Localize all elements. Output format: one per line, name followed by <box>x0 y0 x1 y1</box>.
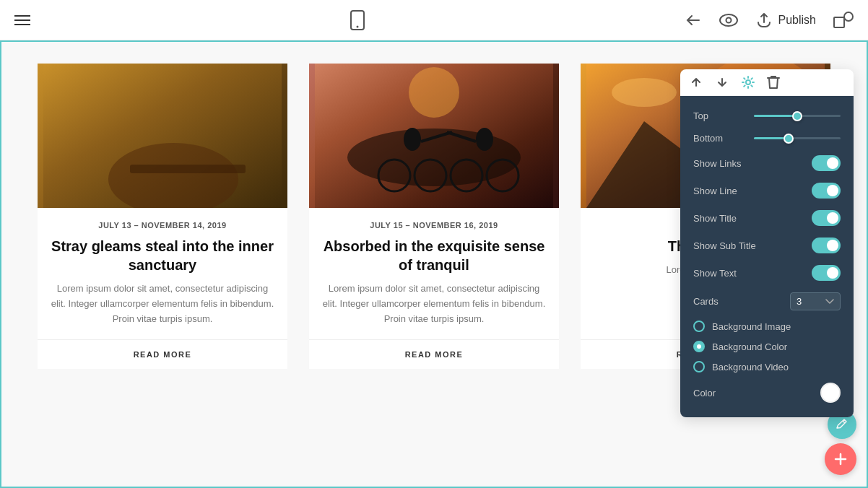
background-color-label: Background Color <box>712 341 787 352</box>
show-line-row: Show Line <box>680 177 854 204</box>
nav-left <box>14 15 30 25</box>
hamburger-icon[interactable] <box>14 15 30 25</box>
background-image-label: Background Image <box>712 321 791 332</box>
chevron-down-icon <box>825 299 834 305</box>
background-video-row[interactable]: Background Video <box>680 357 854 377</box>
show-text-toggle[interactable] <box>812 265 841 281</box>
color-swatch[interactable] <box>820 383 841 403</box>
plus-icon <box>833 451 849 467</box>
top-row: Top <box>680 105 854 127</box>
show-text-row: Show Text <box>680 259 854 287</box>
show-line-toggle[interactable] <box>812 183 841 199</box>
card-2-read-more[interactable]: READ MORE <box>309 339 559 369</box>
background-color-row[interactable]: Background Color <box>680 336 854 357</box>
svg-rect-8 <box>130 165 246 173</box>
top-slider-fill <box>754 115 797 117</box>
svg-point-19 <box>409 67 459 118</box>
card-1-title: Stray gleams steal into the inner sanctu… <box>49 237 276 274</box>
canvas-area: JULY 13 – NOVEMBER 14, 2019 Stray gleams… <box>0 40 868 488</box>
top-slider-track <box>754 115 841 117</box>
card-1-read-more[interactable]: READ MORE <box>38 339 287 369</box>
fab-add-button[interactable] <box>825 443 856 475</box>
shapes-icon <box>833 12 854 29</box>
card-1-svg <box>38 64 287 208</box>
arrow-down-icon <box>715 75 729 90</box>
show-title-label: Show Title <box>693 213 737 224</box>
card-1-date: JULY 13 – NOVEMBER 14, 2019 <box>49 221 276 230</box>
color-row: Color <box>680 377 854 409</box>
show-links-label: Show Links <box>693 158 741 169</box>
card-1-text: Lorem ipsum dolor sit amet, consectetur … <box>49 282 276 326</box>
move-up-button[interactable] <box>689 75 703 90</box>
svg-point-22 <box>612 78 677 107</box>
mobile-icon <box>350 10 365 30</box>
cards-value: 3 <box>797 296 802 307</box>
back-icon <box>685 12 702 29</box>
bottom-slider-thumb[interactable] <box>784 134 794 144</box>
card-2-date: JULY 15 – NOVEMBER 16, 2019 <box>321 221 547 230</box>
move-down-button[interactable] <box>715 75 729 90</box>
delete-button[interactable] <box>767 75 780 90</box>
card-1-body: JULY 13 – NOVEMBER 14, 2019 Stray gleams… <box>38 208 287 339</box>
trash-icon <box>767 75 780 90</box>
background-video-label: Background Video <box>712 362 789 372</box>
background-video-radio[interactable] <box>693 361 705 372</box>
bottom-slider-track <box>754 137 841 139</box>
show-line-label: Show Line <box>693 186 737 196</box>
card-2-text: Lorem ipsum dolor sit amet, consectetur … <box>321 282 547 326</box>
card-1-image <box>38 64 287 208</box>
shapes-button[interactable] <box>833 12 854 29</box>
card-2-image <box>309 64 559 208</box>
svg-point-25 <box>746 80 750 84</box>
bottom-row: Bottom <box>680 127 854 149</box>
show-title-toggle[interactable] <box>812 210 841 226</box>
svg-point-16 <box>476 128 493 151</box>
settings-panel: Top Bottom <box>680 96 854 417</box>
top-slider-thumb[interactable] <box>792 111 802 121</box>
background-color-radio[interactable] <box>693 341 705 352</box>
toolbar-icons <box>680 69 854 96</box>
show-sub-title-label: Show Sub Title <box>693 240 756 251</box>
show-links-toggle[interactable] <box>812 155 841 171</box>
card-2-body: JULY 15 – NOVEMBER 16, 2019 Absorbed in … <box>309 208 559 339</box>
background-image-radio[interactable] <box>693 321 705 332</box>
cards-row: Cards 3 <box>680 287 854 316</box>
top-label: Top <box>693 110 708 121</box>
settings-button[interactable] <box>741 75 755 90</box>
bottom-slider[interactable] <box>754 137 841 139</box>
cards-dropdown[interactable]: 3 <box>790 292 841 310</box>
card-1: JULY 13 – NOVEMBER 14, 2019 Stray gleams… <box>38 64 287 369</box>
back-button[interactable] <box>685 12 702 29</box>
show-sub-title-toggle[interactable] <box>812 238 841 253</box>
card-2-svg <box>309 64 559 208</box>
card-2-title: Absorbed in the exquisite sense of tranq… <box>321 237 547 274</box>
nav-center <box>350 10 365 30</box>
pencil-icon <box>836 418 849 431</box>
svg-point-1 <box>356 25 358 27</box>
top-nav: Publish <box>0 0 868 40</box>
publish-button[interactable]: Publish <box>755 12 816 28</box>
preview-button[interactable] <box>719 14 738 27</box>
eye-icon <box>719 14 738 27</box>
show-sub-title-row: Show Sub Title <box>680 232 854 259</box>
arrow-up-icon <box>689 75 703 90</box>
card-2: JULY 15 – NOVEMBER 16, 2019 Absorbed in … <box>309 64 559 369</box>
floating-toolbar: Top Bottom <box>680 69 854 417</box>
top-slider[interactable] <box>754 115 841 117</box>
svg-point-15 <box>404 128 421 151</box>
svg-point-3 <box>726 17 731 22</box>
svg-point-2 <box>720 14 737 26</box>
bottom-label: Bottom <box>693 133 723 144</box>
device-preview-button[interactable] <box>350 10 365 30</box>
upload-icon <box>755 12 773 28</box>
svg-point-5 <box>844 12 853 21</box>
cards-label: Cards <box>693 296 719 307</box>
svg-rect-4 <box>834 17 844 27</box>
gear-icon <box>741 75 755 90</box>
nav-right: Publish <box>685 12 854 29</box>
color-label: Color <box>693 388 716 398</box>
background-image-row[interactable]: Background Image <box>680 316 854 336</box>
show-text-label: Show Text <box>693 268 737 279</box>
show-title-row: Show Title <box>680 204 854 232</box>
show-links-row: Show Links <box>680 149 854 177</box>
